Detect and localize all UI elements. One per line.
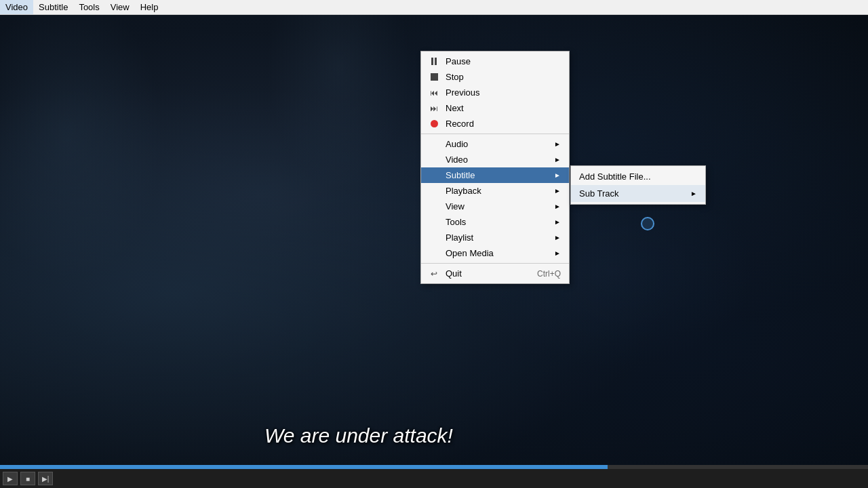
menu-item-quit[interactable]: ↩ Quit Ctrl+Q (421, 266, 569, 281)
openmedia-label: Open Media (446, 248, 549, 258)
bottom-controls: ▶ ■ ▶| (0, 469, 868, 488)
menu-view[interactable]: View (105, 0, 135, 14)
stop-icon (428, 73, 440, 81)
quit-label: Quit (446, 268, 532, 279)
tools-label: Tools (446, 217, 549, 227)
video-label: Video (446, 155, 549, 165)
menu-item-view[interactable]: View ► (421, 199, 569, 214)
menu-item-playback[interactable]: Playback ► (421, 183, 569, 199)
subtitle-label: Subtitle (446, 170, 549, 180)
subtitle-arrow: ► (554, 171, 561, 179)
audio-arrow: ► (554, 140, 561, 148)
openmedia-arrow: ► (554, 249, 561, 257)
menu-item-playlist[interactable]: Playlist ► (421, 230, 569, 245)
record-label: Record (446, 119, 561, 129)
add-subtitle-label: Add Subtitle File... (579, 171, 651, 182)
menu-item-openmedia[interactable]: Open Media ► (421, 245, 569, 261)
menu-item-video[interactable]: Video ► (421, 152, 569, 167)
menu-help[interactable]: Help (135, 0, 164, 14)
menu-item-previous[interactable]: ⏮ Previous (421, 85, 569, 100)
playback-label: Playback (446, 186, 549, 196)
menu-subtitle[interactable]: Subtitle (33, 0, 73, 14)
audio-label: Audio (446, 139, 549, 149)
separator-2 (421, 263, 569, 264)
video-arrow: ► (554, 156, 561, 163)
menu-item-audio[interactable]: Audio ► (421, 136, 569, 152)
sub-track-label: Sub Track (579, 188, 619, 199)
next-btn[interactable]: ▶| (38, 472, 53, 485)
submenu-add-subtitle[interactable]: Add Subtitle File... (571, 168, 705, 185)
play-pause-btn[interactable]: ▶ (3, 472, 18, 485)
quit-shortcut: Ctrl+Q (537, 269, 561, 279)
playlist-arrow: ► (554, 234, 561, 241)
separator-1 (421, 134, 569, 134)
record-icon (428, 120, 440, 127)
playlist-label: Playlist (446, 232, 549, 243)
previous-label: Previous (446, 87, 561, 98)
stop-label: Stop (446, 72, 561, 82)
menu-item-tools[interactable]: Tools ► (421, 214, 569, 230)
subtitle-submenu: Add Subtitle File... Sub Track ► (570, 165, 706, 205)
sub-track-arrow: ► (690, 190, 697, 197)
menu-item-subtitle[interactable]: Subtitle ► Add Subtitle File... Sub Trac… (421, 167, 569, 183)
view-label: View (446, 201, 549, 211)
menu-item-stop[interactable]: Stop (421, 69, 569, 85)
menu-tools[interactable]: Tools (73, 0, 104, 14)
pause-icon (428, 58, 440, 65)
menu-item-record[interactable]: Record (421, 116, 569, 131)
pause-label: Pause (446, 56, 561, 66)
submenu-sub-track[interactable]: Sub Track ► (571, 185, 705, 202)
menu-video[interactable]: Video (0, 0, 33, 14)
view-arrow: ► (554, 203, 561, 210)
playback-arrow: ► (554, 187, 561, 195)
context-menu: Pause Stop ⏮ Previous ⏭ Next Record Audi… (420, 51, 570, 284)
quit-icon: ↩ (428, 269, 440, 279)
menu-bar: Video Subtitle Tools View Help (0, 0, 868, 15)
tools-arrow: ► (554, 218, 561, 226)
stop-btn[interactable]: ■ (20, 472, 35, 485)
next-icon: ⏭ (428, 104, 440, 113)
next-label: Next (446, 103, 561, 113)
prev-icon: ⏮ (428, 88, 440, 98)
menu-item-next[interactable]: ⏭ Next (421, 100, 569, 116)
menu-item-pause[interactable]: Pause (421, 54, 569, 69)
